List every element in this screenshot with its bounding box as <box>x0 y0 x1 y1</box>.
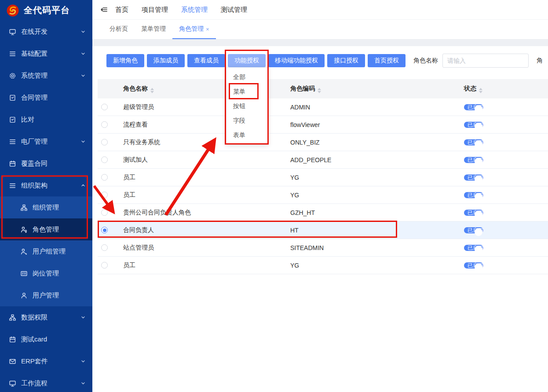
content-panel: 新增角色 添加成员 查看成员 功能授权 移动端功能授权 接口授权 首页授权 角色… <box>92 46 548 392</box>
sidebar-item-cover-contract[interactable]: 覆盖合同 <box>0 152 92 174</box>
mobile-function-auth-button[interactable]: 移动端功能授权 <box>268 54 325 67</box>
nav-item-test-mgmt[interactable]: 测试管理 <box>221 6 247 14</box>
chevron-down-icon <box>80 138 86 145</box>
status-toggle[interactable]: 已启用 <box>464 192 483 198</box>
table-row[interactable]: 超级管理员 ADMIN 已启用 <box>98 98 548 116</box>
gear-icon <box>9 72 16 80</box>
status-toggle[interactable]: 已启用 <box>464 174 483 181</box>
role-name-input[interactable] <box>442 54 529 68</box>
table-row[interactable]: 员工 YG 已启用 <box>98 186 548 204</box>
status-toggle[interactable]: 已启用 <box>464 227 483 233</box>
col-header-status[interactable]: 状态 <box>464 85 548 93</box>
sidebar-item-label: ERP套件 <box>21 357 48 366</box>
menu-fold-icon[interactable] <box>100 6 108 14</box>
col-header-role-code[interactable]: 角色编码 <box>290 85 464 93</box>
chevron-up-icon <box>80 182 86 189</box>
chevron-down-icon <box>80 51 86 57</box>
api-auth-button[interactable]: 接口授权 <box>327 54 365 67</box>
status-toggle[interactable]: 已启用 <box>464 139 483 145</box>
role-code-cell: YG <box>290 262 464 269</box>
sidebar-item-post-mgmt[interactable]: 岗位管理 <box>0 262 92 284</box>
view-member-button[interactable]: 查看成员 <box>187 54 225 67</box>
tab-analysis[interactable]: 分析页 <box>103 20 135 39</box>
sidebar-item-data-permission[interactable]: 数据权限 <box>0 306 92 328</box>
tab-menu-mgmt[interactable]: 菜单管理 <box>135 20 172 39</box>
role-code-cell: flowViewer <box>290 121 464 128</box>
table-row-selected[interactable]: 合同负责人 HT 已启用 <box>98 221 548 239</box>
sidebar-item-test-card[interactable]: 测试card <box>0 328 92 350</box>
add-role-button[interactable]: 新增角色 <box>106 54 144 67</box>
sidebar-item-user-mgmt[interactable]: 用户管理 <box>0 284 92 306</box>
role-name-cell: 贵州公司合同负责人角色 <box>117 209 290 217</box>
table-row[interactable]: 流程查看 flowViewer 已启用 <box>98 116 548 134</box>
row-radio[interactable] <box>101 121 108 128</box>
nav-item-home[interactable]: 首页 <box>115 6 128 14</box>
sidebar-item-online-dev[interactable]: 在线开发 <box>0 21 92 43</box>
row-radio-selected[interactable] <box>101 227 108 233</box>
function-auth-dropdown: 全部 菜单 按钮 字段 表单 <box>226 67 268 145</box>
nav-item-project-mgmt[interactable]: 项目管理 <box>142 6 168 14</box>
row-radio[interactable] <box>101 156 108 163</box>
chevron-down-icon <box>80 73 86 79</box>
table-row[interactable]: 站点管理员 SITEADMIN 已启用 <box>98 239 548 257</box>
sidebar-item-org-structure[interactable]: 组织架构 <box>0 174 92 196</box>
role-code-cell: ADD_PEOPLE <box>290 156 464 163</box>
sidebar-item-base-config[interactable]: 基础配置 <box>0 43 92 65</box>
row-radio[interactable] <box>101 139 108 145</box>
sort-icon[interactable] <box>150 88 154 93</box>
menu-lines-icon <box>9 138 16 145</box>
home-auth-button[interactable]: 首页授权 <box>368 54 406 67</box>
app-title: 全代码平台 <box>24 4 70 16</box>
status-toggle[interactable]: 已启用 <box>464 157 483 163</box>
function-auth-button[interactable]: 功能授权 <box>228 54 266 67</box>
tab-role-mgmt[interactable]: 角色管理 × <box>172 20 216 39</box>
sidebar-item-workflow[interactable]: 工作流程 <box>0 372 92 392</box>
sidebar-item-org-mgmt[interactable]: 组织管理 <box>0 196 92 218</box>
sort-icon[interactable] <box>479 88 482 93</box>
sidebar-item-contract-mgmt[interactable]: 合同管理 <box>0 87 92 109</box>
dropdown-item-all[interactable]: 全部 <box>227 70 268 84</box>
sidebar-item-compare[interactable]: 比对 <box>0 109 92 131</box>
sidebar-item-erp-suite[interactable]: ERP套件 <box>0 350 92 372</box>
add-member-button[interactable]: 添加成员 <box>147 54 185 67</box>
chevron-down-icon <box>80 314 86 320</box>
org-chart-icon <box>9 314 16 321</box>
sidebar-item-system-mgmt[interactable]: 系统管理 <box>0 65 92 87</box>
row-radio[interactable] <box>101 209 108 216</box>
table-row[interactable]: 测试加人 ADD_PEOPLE 已启用 <box>98 151 548 169</box>
sidebar-item-plant-mgmt[interactable]: 电厂管理 <box>0 131 92 152</box>
sidebar-item-role-mgmt[interactable]: 角色管理 <box>0 218 92 240</box>
row-radio[interactable] <box>101 104 108 110</box>
status-toggle[interactable]: 已启用 <box>464 122 483 128</box>
id-card-icon <box>20 270 28 277</box>
role-name-cell: 员工 <box>117 174 290 181</box>
role-code-cell: ADMIN <box>290 104 464 111</box>
toolbar: 新增角色 添加成员 查看成员 功能授权 移动端功能授权 接口授权 首页授权 角色… <box>106 54 542 68</box>
dropdown-item-form[interactable]: 表单 <box>227 128 268 142</box>
table-row[interactable]: 贵州公司合同负责人角色 GZH_HT 已启用 <box>98 204 548 221</box>
sidebar-item-label: 基础配置 <box>21 50 47 58</box>
row-radio[interactable] <box>101 192 108 198</box>
nav-item-system-mgmt[interactable]: 系统管理 <box>181 6 208 14</box>
contract-icon <box>9 116 16 123</box>
sort-icon[interactable] <box>318 88 321 93</box>
tab-label: 角色管理 <box>179 25 204 33</box>
row-radio[interactable] <box>101 174 108 181</box>
status-toggle[interactable]: 已启用 <box>464 210 483 216</box>
sidebar-item-user-group-mgmt[interactable]: 用户组管理 <box>0 240 92 262</box>
table-row[interactable]: 员工 YG 已启用 <box>98 257 548 274</box>
status-toggle[interactable]: 已启用 <box>464 262 483 269</box>
close-icon[interactable]: × <box>206 26 209 33</box>
menu-lines-icon <box>9 50 16 58</box>
status-toggle[interactable]: 已启用 <box>464 245 483 251</box>
table-row[interactable]: 员工 YG 已启用 <box>98 169 548 186</box>
dropdown-item-field[interactable]: 字段 <box>227 113 268 128</box>
sidebar-item-label: 组织架构 <box>21 181 47 190</box>
row-radio[interactable] <box>101 262 108 269</box>
dropdown-item-button[interactable]: 按钮 <box>227 99 268 113</box>
chevron-down-icon <box>80 358 86 364</box>
dropdown-item-menu[interactable]: 菜单 <box>227 84 268 99</box>
table-row[interactable]: 只有业务系统 ONLY_BIZ 已启用 <box>98 134 548 151</box>
status-toggle[interactable]: 已启用 <box>464 104 483 110</box>
row-radio[interactable] <box>101 244 108 251</box>
